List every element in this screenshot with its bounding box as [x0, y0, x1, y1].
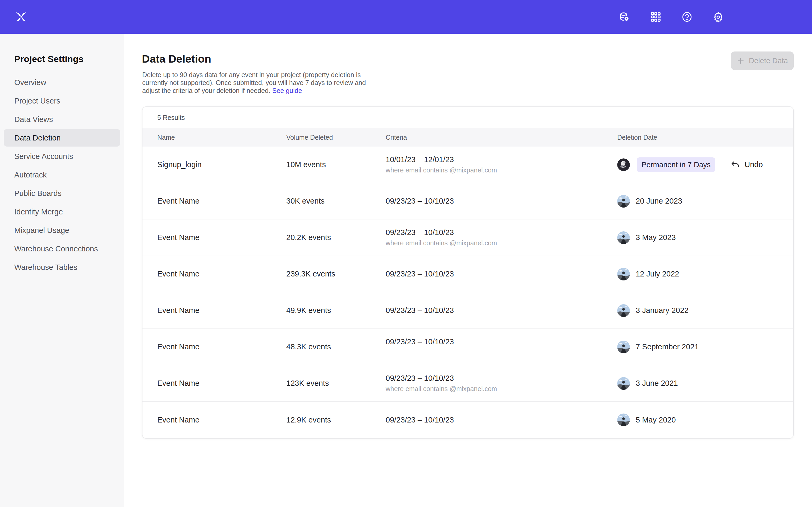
criteria-date-range: 09/23/23 – 10/10/23: [386, 197, 617, 206]
row-deletion-date: 3 January 2022: [617, 304, 778, 317]
deletion-date-text: 12 July 2022: [636, 270, 679, 278]
criteria-date-range: 09/23/23 – 10/10/23: [386, 374, 617, 383]
row-criteria: 09/23/23 – 10/10/23: [386, 416, 617, 425]
plus-icon: [737, 57, 745, 65]
user-avatar: [617, 304, 630, 317]
sidebar-item-warehouse-tables[interactable]: Warehouse Tables: [4, 259, 120, 276]
sidebar-item-label: Public Boards: [4, 189, 62, 198]
table-row: Event Name 12.9K events 09/23/23 – 10/10…: [143, 402, 793, 438]
sidebar-item-data-views[interactable]: Data Views: [4, 111, 120, 128]
criteria-date-range: 10/01/23 – 12/01/23: [386, 155, 617, 164]
delete-data-button[interactable]: Delete Data: [731, 52, 794, 70]
undo-label: Undo: [744, 160, 763, 169]
deletion-date-text: 3 January 2022: [636, 306, 689, 315]
row-name: Event Name: [157, 306, 286, 315]
row-criteria: 10/01/23 – 12/01/23 where email contains…: [386, 155, 617, 174]
row-criteria: 09/23/23 – 10/10/23 where email contains…: [386, 374, 617, 393]
deletion-date-text: 5 May 2020: [636, 416, 676, 425]
sidebar-item-label: Data Deletion: [4, 133, 61, 142]
delete-data-button-label: Delete Data: [749, 57, 788, 65]
sidebar-item-data-deletion[interactable]: Data Deletion: [4, 129, 120, 147]
row-name: Event Name: [157, 233, 286, 242]
criteria-filter: [386, 349, 617, 356]
user-avatar: [617, 268, 630, 280]
row-deletion-date: 5 May 2020: [617, 413, 778, 426]
table-body: Signup_login 10M events 10/01/23 – 12/01…: [143, 147, 793, 438]
criteria-date-range: 09/23/23 – 10/10/23: [386, 416, 617, 425]
deletion-requests-card: 5 Results Name Volume Deleted Criteria D…: [142, 106, 794, 439]
table-row: Event Name 123K events 09/23/23 – 10/10/…: [143, 365, 793, 402]
deletion-date-text: 3 June 2021: [636, 379, 678, 388]
settings-gear-icon[interactable]: [712, 10, 725, 23]
main-content: Data Deletion Delete up to 90 days data …: [124, 34, 812, 507]
deletion-date-text: 3 May 2023: [636, 233, 676, 242]
undo-button[interactable]: Undo: [730, 160, 763, 170]
sidebar-item-identity-merge[interactable]: Identity Merge: [4, 203, 120, 221]
row-criteria: 09/23/23 – 10/10/23 where email contains…: [386, 228, 617, 247]
results-count: 5 Results: [143, 107, 793, 128]
table-row: Event Name 48.3K events 09/23/23 – 10/10…: [143, 329, 793, 365]
page-description: Delete up to 90 days data for any event …: [142, 71, 378, 95]
sidebar-nav: Overview Project Users Data Views Data D…: [0, 74, 124, 276]
sidebar-item-warehouse-connections[interactable]: Warehouse Connections: [4, 240, 120, 258]
page-title: Data Deletion: [142, 53, 211, 65]
row-volume: 123K events: [286, 379, 386, 388]
project-settings-sidebar: Project Settings Overview Project Users …: [0, 34, 124, 507]
row-name: Event Name: [157, 342, 286, 351]
sidebar-item-public-boards[interactable]: Public Boards: [4, 184, 120, 202]
sidebar-item-label: Warehouse Tables: [4, 263, 78, 272]
data-management-icon[interactable]: [618, 10, 631, 23]
page-description-text: Delete up to 90 days data for any event …: [142, 71, 366, 94]
apps-grid-icon[interactable]: [649, 10, 662, 23]
row-deletion-date: 7 September 2021: [617, 341, 778, 353]
row-name: Event Name: [157, 270, 286, 278]
row-name: Event Name: [157, 379, 286, 388]
criteria-filter: where email contains @mixpanel.com: [386, 239, 617, 247]
sidebar-item-label: Data Views: [4, 115, 53, 124]
row-criteria: 09/23/23 – 10/10/23: [386, 270, 617, 278]
sidebar-title: Project Settings: [14, 54, 124, 64]
user-avatar: [617, 195, 630, 208]
deletion-date-text: 20 June 2023: [636, 197, 682, 206]
criteria-date-range: 09/23/23 – 10/10/23: [386, 337, 617, 346]
row-volume: 12.9K events: [286, 416, 386, 425]
sidebar-item-overview[interactable]: Overview: [4, 74, 120, 91]
criteria-filter: where email contains @mixpanel.com: [386, 166, 617, 174]
sidebar-item-service-accounts[interactable]: Service Accounts: [4, 148, 120, 165]
sidebar-item-mixpanel-usage[interactable]: Mixpanel Usage: [4, 222, 120, 239]
mixpanel-logo-icon[interactable]: [15, 11, 28, 23]
status-badge: Permanent in 7 Days: [637, 157, 715, 172]
sidebar-item-autotrack[interactable]: Autotrack: [4, 166, 120, 183]
row-deletion-date: 20 June 2023: [617, 195, 778, 208]
top-navigation-bar: [0, 0, 812, 34]
row-criteria: 09/23/23 – 10/10/23: [386, 197, 617, 206]
topbar-actions: [618, 0, 725, 34]
column-header-name: Name: [157, 133, 286, 141]
sidebar-item-label: Project Users: [4, 97, 60, 105]
row-criteria: 09/23/23 – 10/10/23: [386, 306, 617, 315]
criteria-date-range: 09/23/23 – 10/10/23: [386, 270, 617, 278]
help-icon[interactable]: [680, 10, 694, 23]
row-name: Event Name: [157, 197, 286, 206]
sidebar-item-label: Overview: [4, 78, 46, 87]
row-volume: 20.2K events: [286, 233, 386, 242]
column-header-deletion-date: Deletion Date: [617, 133, 778, 141]
user-avatar: [617, 158, 630, 171]
deletion-date-text: 7 September 2021: [636, 342, 699, 351]
table-row: Event Name 239.3K events 09/23/23 – 10/1…: [143, 256, 793, 292]
row-volume: 239.3K events: [286, 270, 386, 278]
table-row: Event Name 49.9K events 09/23/23 – 10/10…: [143, 292, 793, 329]
undo-icon: [730, 160, 740, 170]
column-header-criteria: Criteria: [386, 133, 617, 141]
sidebar-item-label: Autotrack: [4, 171, 47, 179]
row-volume: 48.3K events: [286, 342, 386, 351]
row-name: Signup_login: [157, 160, 286, 169]
user-avatar: [617, 413, 630, 426]
criteria-date-range: 09/23/23 – 10/10/23: [386, 306, 617, 315]
table-row: Signup_login 10M events 10/01/23 – 12/01…: [143, 147, 793, 183]
user-avatar: [617, 231, 630, 244]
sidebar-item-label: Mixpanel Usage: [4, 226, 69, 235]
row-criteria: 09/23/23 – 10/10/23: [386, 337, 617, 356]
sidebar-item-project-users[interactable]: Project Users: [4, 92, 120, 110]
see-guide-link[interactable]: See guide: [272, 87, 302, 94]
